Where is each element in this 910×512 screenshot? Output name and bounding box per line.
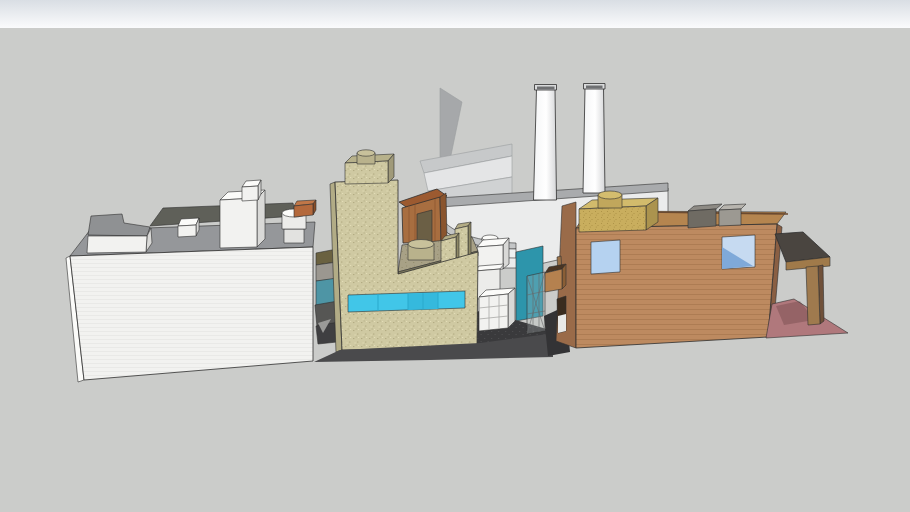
scene-svg xyxy=(0,0,910,512)
stack-rim-band xyxy=(537,87,555,90)
left-window xyxy=(591,240,620,274)
stack-rim-band xyxy=(586,86,603,89)
terracotta-rooftop-box xyxy=(294,200,316,217)
left-smokestack xyxy=(534,85,557,201)
cyan-glass-strip xyxy=(348,291,465,312)
roof-tank-cylinder xyxy=(408,240,434,261)
viewport-3d[interactable] xyxy=(0,0,910,512)
right-smokestack xyxy=(583,84,605,194)
penthouse-cylinder xyxy=(598,191,622,208)
sky xyxy=(0,0,910,30)
doorway-inner-light xyxy=(558,314,566,333)
canopy-leg xyxy=(806,266,820,325)
warehouse-front xyxy=(70,247,313,380)
tower-top-cylinder xyxy=(357,150,375,164)
wire-fence-box xyxy=(527,272,545,334)
brown-factory-building xyxy=(556,191,788,348)
